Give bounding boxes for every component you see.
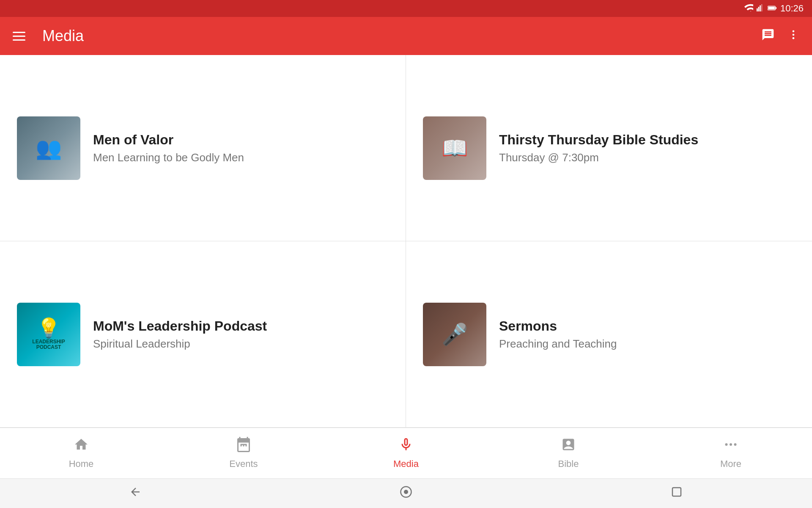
media-subtitle-leadership: Spiritual Leadership	[93, 337, 267, 351]
nav-label-more: More	[720, 458, 741, 469]
media-subtitle-men-of-valor: Men Learning to be Godly Men	[93, 151, 244, 164]
nav-label-bible: Bible	[558, 458, 579, 469]
media-info-leadership: MoM's Leadership Podcast Spiritual Leade…	[93, 318, 267, 351]
leadership-label: LEADERSHIPPODCAST	[32, 339, 65, 350]
events-icon	[236, 437, 251, 456]
more-vert-icon[interactable]	[787, 29, 799, 44]
svg-point-7	[793, 30, 795, 32]
chat-icon[interactable]	[761, 28, 775, 44]
status-bar: 10:26	[0, 0, 812, 17]
nav-item-home[interactable]: Home	[0, 437, 162, 469]
svg-rect-3	[761, 4, 763, 11]
media-title-sermons: Sermons	[499, 318, 617, 334]
battery-icon	[768, 4, 777, 13]
svg-point-12	[734, 443, 737, 446]
media-title-thirsty-thursday: Thirsty Thursday Bible Studies	[499, 132, 698, 148]
bottom-nav: Home Events Media Bible	[0, 428, 812, 478]
app-bar-actions	[761, 28, 799, 44]
svg-rect-2	[760, 5, 761, 11]
menu-icon[interactable]	[13, 32, 25, 41]
media-item-men-of-valor[interactable]: Men of Valor Men Learning to be Godly Me…	[0, 55, 406, 241]
svg-point-10	[725, 443, 728, 446]
nav-item-events[interactable]: Events	[162, 437, 325, 469]
home-circle-icon[interactable]	[400, 486, 412, 501]
svg-point-8	[793, 33, 795, 36]
svg-point-14	[404, 490, 408, 494]
media-grid: Men of Valor Men Learning to be Godly Me…	[0, 55, 812, 428]
bible-icon	[561, 437, 576, 456]
nav-item-more[interactable]: More	[650, 437, 812, 469]
thumbnail-sermons	[423, 303, 486, 366]
app-bar: Media	[0, 17, 812, 55]
signal-icon	[757, 4, 764, 14]
svg-rect-0	[757, 8, 758, 11]
thumbnail-bible-study	[423, 116, 486, 180]
recent-icon[interactable]	[670, 486, 683, 501]
media-item-thirsty-thursday[interactable]: Thirsty Thursday Bible Studies Thursday …	[406, 55, 812, 241]
wifi-icon	[744, 4, 753, 14]
svg-rect-5	[768, 6, 775, 9]
system-nav	[0, 478, 812, 508]
media-subtitle-thirsty-thursday: Thursday @ 7:30pm	[499, 151, 698, 164]
nav-label-home: Home	[69, 458, 94, 469]
svg-point-9	[793, 37, 795, 39]
media-info-men-of-valor: Men of Valor Men Learning to be Godly Me…	[93, 132, 244, 164]
page-title: Media	[42, 27, 761, 45]
media-item-leadership[interactable]: 💡 LEADERSHIPPODCAST MoM's Leadership Pod…	[0, 241, 406, 428]
nav-item-bible[interactable]: Bible	[487, 437, 650, 469]
media-subtitle-sermons: Preaching and Teaching	[499, 337, 617, 351]
back-icon[interactable]	[129, 486, 142, 501]
media-info-thirsty-thursday: Thirsty Thursday Bible Studies Thursday …	[499, 132, 698, 164]
thumbnail-men-of-valor	[17, 116, 80, 180]
nav-item-media[interactable]: Media	[325, 437, 487, 469]
nav-label-events: Events	[229, 458, 258, 469]
more-icon	[723, 437, 738, 456]
media-title-leadership: MoM's Leadership Podcast	[93, 318, 267, 334]
media-info-sermons: Sermons Preaching and Teaching	[499, 318, 617, 351]
media-title-men-of-valor: Men of Valor	[93, 132, 244, 148]
svg-rect-15	[672, 488, 681, 496]
media-item-sermons[interactable]: Sermons Preaching and Teaching	[406, 241, 812, 428]
nav-label-media: Media	[393, 458, 419, 469]
leadership-bulb-icon: 💡	[37, 318, 60, 337]
media-icon	[398, 437, 414, 456]
home-icon	[74, 437, 89, 456]
status-icons: 10:26	[744, 3, 804, 14]
svg-rect-1	[758, 7, 760, 11]
leadership-thumb-content: 💡 LEADERSHIPPODCAST	[32, 318, 65, 350]
status-time: 10:26	[780, 3, 804, 14]
thumbnail-leadership: 💡 LEADERSHIPPODCAST	[17, 303, 80, 366]
svg-rect-6	[776, 7, 776, 9]
svg-point-11	[730, 443, 732, 446]
